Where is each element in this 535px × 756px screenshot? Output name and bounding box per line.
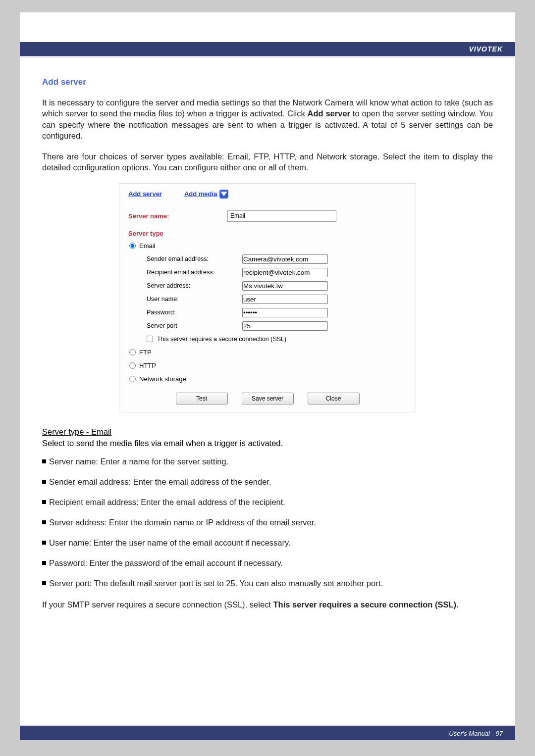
recipient-email-label: Recipient email address: [147, 269, 238, 276]
password-input[interactable] [242, 308, 328, 317]
server-name-input[interactable] [227, 210, 336, 222]
http-radio-label: HTTP [139, 362, 156, 369]
network-storage-radio[interactable] [129, 376, 136, 382]
ftp-radio-label: FTP [139, 349, 152, 356]
para1-bold-add-server: Add server [308, 109, 350, 118]
list-item: Server address: Enter the domain name or… [42, 518, 493, 527]
password-label: Password: [147, 309, 238, 316]
server-type-email-heading: Server type - Email [42, 427, 493, 437]
list-item: Server name: Enter a name for the server… [42, 457, 493, 466]
username-input[interactable] [242, 295, 328, 304]
save-server-button[interactable]: Save server [242, 393, 294, 404]
server-type-email-desc: Select to send the media files via email… [42, 439, 493, 448]
final-bold: This server requires a secure connection… [273, 600, 458, 609]
paragraph-2: There are four choices of server types a… [42, 151, 493, 173]
bullet-icon [42, 459, 46, 463]
sender-email-label: Sender email address: [147, 255, 238, 262]
header-band: VIVOTEK [20, 42, 515, 56]
close-button[interactable]: Close [308, 393, 360, 404]
server-address-label: Server address: [147, 282, 238, 289]
server-dialog: Add server Add media Server name: Server… [119, 183, 416, 412]
final-paragraph: If your SMTP server requires a secure co… [42, 599, 493, 610]
section-title: Add server [42, 77, 493, 87]
add-server-tab[interactable]: Add server [128, 190, 162, 199]
bullet-icon [42, 581, 46, 585]
test-button[interactable]: Test [176, 393, 228, 404]
list-item: Recipient email address: Enter the email… [42, 498, 493, 507]
add-media-tab[interactable]: Add media [184, 190, 228, 199]
bullet-icon [42, 500, 46, 504]
list-item: Server port: The default mail server por… [42, 579, 493, 588]
sender-email-input[interactable] [242, 254, 328, 264]
list-item: Sender email address: Enter the email ad… [42, 477, 493, 487]
bullet-icon [42, 541, 46, 545]
server-name-label: Server name: [128, 212, 227, 220]
server-type-label: Server type [119, 225, 416, 239]
list-item: User name: Enter the user name of the em… [42, 538, 493, 548]
footer-label: User's Manual - 97 [449, 730, 503, 737]
email-radio[interactable] [129, 243, 136, 249]
bullet-icon [42, 561, 46, 565]
bullet-icon [42, 480, 46, 484]
ssl-label: This server requires a secure connection… [157, 336, 286, 343]
ftp-radio[interactable] [129, 349, 136, 355]
footer: User's Manual - 97 [20, 725, 515, 740]
http-radio[interactable] [129, 362, 136, 369]
paragraph-1: It is necessary to configure the server … [42, 97, 493, 141]
list-item: Password: Enter the password of the emai… [42, 558, 493, 568]
username-label: User name: [147, 296, 238, 302]
chevron-down-icon [219, 190, 228, 199]
server-port-input[interactable] [242, 321, 328, 331]
bullet-icon [42, 520, 46, 524]
recipient-email-input[interactable] [242, 268, 328, 277]
bullet-list: Server name: Enter a name for the server… [42, 457, 493, 588]
email-radio-label: Email [139, 242, 156, 250]
ssl-checkbox[interactable] [147, 336, 153, 342]
final-text-a: If your SMTP server requires a secure co… [42, 600, 273, 609]
server-address-input[interactable] [242, 281, 328, 291]
network-storage-radio-label: Network storage [139, 375, 186, 383]
brand-label: VIVOTEK [469, 45, 503, 53]
server-port-label: Server port [147, 322, 238, 329]
